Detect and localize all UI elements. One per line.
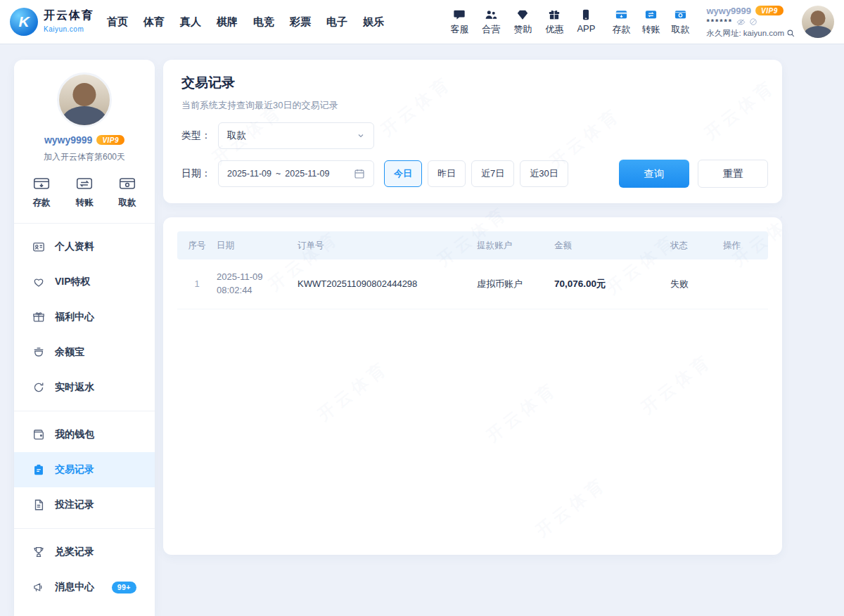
site-url[interactable]: 永久网址: kaiyun.com	[706, 28, 784, 39]
profile-vip-badge: VIP9	[96, 135, 124, 145]
nav-item-esports[interactable]: 电竞	[253, 15, 274, 29]
date-start: 2025-11-09	[227, 169, 271, 179]
nav-item-live[interactable]: 真人	[180, 15, 201, 29]
sidebar-item-profile[interactable]: 个人资料	[14, 229, 155, 264]
deposit-link[interactable]: 存款	[612, 8, 630, 36]
withdraw-card-icon	[674, 8, 687, 21]
refresh-icon[interactable]	[749, 18, 757, 26]
document-icon	[32, 499, 45, 511]
gift-icon	[548, 8, 561, 21]
brand-name: 开云体育	[44, 9, 94, 22]
username[interactable]: wywy9999	[706, 6, 751, 16]
sidebar-item-welfare[interactable]: 福利中心	[14, 300, 155, 335]
sidebar-divider	[14, 528, 155, 529]
phone-icon	[580, 8, 592, 21]
sidebar-deposit-button[interactable]: 存款	[32, 174, 51, 209]
trophy-icon	[32, 546, 45, 558]
sidebar-item-welfare-label: 福利中心	[55, 311, 94, 323]
partners-icon	[485, 8, 497, 21]
chevron-down-icon	[357, 131, 365, 140]
col-header-no: 序号	[177, 240, 217, 252]
sidebar-item-profile-label: 个人资料	[55, 240, 94, 253]
date-separator: ~	[276, 169, 281, 179]
type-select-value: 取款	[227, 129, 246, 142]
main-content: 交易记录 当前系统支持查询最近30日的交易记录 类型： 取款 日期： 2025-…	[163, 60, 782, 555]
brand-logo[interactable]: K 开云体育 Kaiyun.com	[10, 8, 94, 36]
partnership-label: 合营	[482, 23, 500, 36]
sidebar-item-prizes-label: 兑奖记录	[55, 546, 94, 558]
sidebar-menu-group-1: 个人资料 VIP特权 福利中心 余额宝 实时返水	[14, 226, 155, 408]
sidebar-item-rebate-label: 实时返水	[55, 381, 94, 394]
partnership-link[interactable]: 合营	[482, 8, 500, 36]
transfer-outline-icon	[75, 174, 94, 193]
cell-date: 2025-11-09 08:02:44	[217, 271, 298, 297]
customer-service-link[interactable]: 客服	[450, 8, 468, 36]
sidebar-profile: wywy9999 VIP9 加入开云体育第600天	[14, 60, 155, 163]
clipboard-icon	[32, 463, 45, 476]
megaphone-icon	[32, 581, 45, 593]
date-end: 2025-11-09	[285, 169, 329, 179]
col-header-date: 日期	[217, 240, 298, 252]
search-icon[interactable]	[786, 29, 795, 37]
range-today-button[interactable]: 今日	[384, 160, 422, 187]
col-header-account: 提款账户	[477, 240, 554, 252]
nav-item-slots[interactable]: 电子	[326, 15, 347, 29]
deposit-label: 存款	[612, 23, 630, 36]
sidebar-item-bets-label: 投注记录	[55, 499, 94, 511]
sidebar-item-messages[interactable]: 消息中心 99+	[14, 570, 155, 605]
transfer-link[interactable]: 转账	[641, 8, 660, 36]
nav-item-cards[interactable]: 棋牌	[217, 15, 238, 29]
sidebar-transfer-button[interactable]: 转账	[75, 174, 94, 209]
promo-link[interactable]: 优惠	[545, 8, 563, 36]
range-30days-button[interactable]: 近30日	[520, 160, 568, 187]
deposit-outline-icon	[32, 174, 51, 193]
range-yesterday-button[interactable]: 昨日	[428, 160, 466, 187]
sidebar-item-prizes[interactable]: 兑奖记录	[14, 534, 155, 570]
sidebar-quick-actions: 存款 转账 取款	[14, 163, 155, 220]
eye-off-icon[interactable]	[736, 18, 746, 27]
type-filter-row: 类型： 取款	[181, 122, 768, 149]
user-avatar[interactable]	[802, 6, 834, 38]
range-7days-button[interactable]: 近7日	[471, 160, 514, 187]
app-link[interactable]: APP	[577, 8, 595, 36]
sidebar-item-transactions[interactable]: 交易记录	[14, 452, 155, 487]
date-range-input[interactable]: 2025-11-09 ~ 2025-11-09	[218, 160, 374, 187]
type-select[interactable]: 取款	[218, 122, 374, 149]
cell-amount: 70,076.00元	[554, 278, 670, 290]
nav-item-lottery[interactable]: 彩票	[290, 15, 311, 29]
cell-date-time: 08:02:44	[217, 284, 298, 297]
sponsor-link[interactable]: 赞助	[513, 8, 532, 36]
nav-item-sports[interactable]: 体育	[143, 15, 165, 29]
calendar-icon	[354, 168, 365, 179]
pot-icon	[32, 346, 45, 359]
transfer-card-icon	[644, 8, 658, 21]
sidebar-item-rebate[interactable]: 实时返水	[14, 370, 155, 405]
app-label: APP	[577, 23, 595, 34]
sidebar-withdraw-button[interactable]: 取款	[118, 174, 136, 209]
profile-joined-text: 加入开云体育第600天	[14, 151, 155, 163]
sidebar-item-vip[interactable]: VIP特权	[14, 264, 155, 300]
sidebar-withdraw-label: 取款	[119, 197, 136, 209]
withdraw-link[interactable]: 取款	[671, 8, 689, 36]
col-header-order: 订单号	[298, 240, 477, 252]
sponsor-label: 赞助	[513, 23, 532, 36]
top-navbar: K 开云体育 Kaiyun.com 首页 体育 真人 棋牌 电竞 彩票 电子 娱…	[0, 0, 844, 44]
table-header-row: 序号 日期 订单号 提款账户 金额 状态 操作	[177, 231, 768, 259]
nav-item-entertainment[interactable]: 娱乐	[363, 15, 384, 29]
withdraw-outline-icon	[118, 174, 136, 193]
profile-avatar[interactable]	[57, 72, 112, 127]
sidebar-item-yuebao[interactable]: 余额宝	[14, 335, 155, 370]
cell-account: 虚拟币账户	[477, 278, 554, 290]
type-label: 类型：	[181, 129, 218, 142]
reset-button[interactable]: 重置	[698, 160, 768, 188]
nav-item-home[interactable]: 首页	[107, 15, 128, 29]
filter-card: 交易记录 当前系统支持查询最近30日的交易记录 类型： 取款 日期： 2025-…	[163, 60, 782, 203]
sidebar-item-bets[interactable]: 投注记录	[14, 487, 155, 522]
query-button[interactable]: 查询	[619, 160, 689, 188]
sidebar-item-messages-label: 消息中心	[55, 581, 94, 593]
filter-action-buttons: 查询 重置	[619, 160, 768, 188]
wallet-links: 存款 转账 取款	[612, 8, 689, 36]
deposit-card-icon	[615, 8, 628, 21]
sidebar-item-wallet[interactable]: 我的钱包	[14, 417, 155, 452]
id-card-icon	[32, 240, 45, 253]
